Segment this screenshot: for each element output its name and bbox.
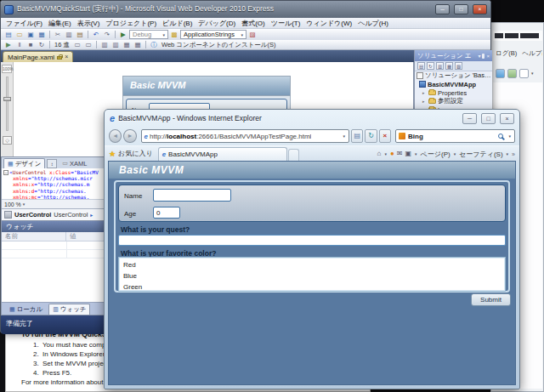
step-over-icon[interactable]	[72, 40, 82, 49]
refresh-icon[interactable]	[365, 129, 377, 143]
color-option-red[interactable]: Red	[123, 259, 505, 270]
browser-tab-basicmvvmapp[interactable]: BasicMVVMApp	[158, 147, 287, 161]
menu-debug[interactable]: デバッグ(D)	[198, 19, 235, 28]
expand-arrow-icon[interactable]	[422, 99, 427, 104]
search-icon[interactable]	[498, 134, 503, 139]
chevron-down-icon[interactable]	[478, 53, 480, 59]
maximize-button[interactable]	[481, 113, 496, 124]
more-commands-icon[interactable]	[512, 151, 515, 157]
cut-icon[interactable]	[53, 30, 63, 39]
watch-row[interactable]	[2, 250, 110, 258]
watch-row[interactable]	[2, 241, 110, 250]
step-into-icon[interactable]	[83, 40, 94, 49]
zoom-slider-handle[interactable]	[3, 97, 11, 101]
menu-format[interactable]: 書式(O)	[241, 19, 265, 28]
ie-titlebar[interactable]: BasicMVVMApp - Windows Internet Explorer	[105, 110, 519, 127]
new-tab-button[interactable]	[288, 149, 299, 161]
xaml-code-editor[interactable]: <UserControl x:Class="BasicMV xmlns="htt…	[2, 168, 110, 199]
tab-locals[interactable]: ローカル	[6, 304, 46, 315]
menu-help[interactable]: ヘルプ(H)	[358, 19, 388, 28]
pin-icon[interactable]	[482, 54, 484, 59]
read-mail-icon[interactable]	[397, 149, 403, 159]
swap-panes-icon[interactable]	[47, 159, 57, 168]
color-option-blue[interactable]: Blue	[123, 270, 505, 281]
bg-menu-help[interactable]: ヘルプ(H)	[522, 49, 542, 58]
page-menu-button[interactable]: ページ(P)	[421, 150, 450, 159]
expand-arrow-icon[interactable]	[422, 90, 427, 95]
resource-file-combo[interactable]: ApplicationStrings	[180, 30, 246, 39]
print-dropdown-icon[interactable]	[414, 151, 418, 156]
editor-zoom-value[interactable]: 100 %	[4, 202, 21, 207]
editor-tool-icon[interactable]	[110, 40, 121, 49]
quest-input[interactable]	[118, 235, 506, 246]
bg-menu-log[interactable]: ログ(B)	[496, 49, 517, 58]
start-debug-icon[interactable]	[118, 30, 128, 39]
menu-file[interactable]: ファイル(F)	[6, 19, 42, 28]
tab-design[interactable]: デザイン	[3, 158, 45, 168]
bg-window-icon[interactable]	[519, 69, 529, 78]
back-icon[interactable]	[109, 129, 122, 143]
menu-edit[interactable]: 編集(E)	[48, 19, 71, 28]
forward-icon[interactable]	[123, 129, 136, 143]
show-all-files-icon[interactable]	[436, 62, 444, 70]
open-file-icon[interactable]	[14, 30, 25, 39]
column-name[interactable]: 名前	[2, 232, 66, 241]
resource-icon[interactable]	[169, 30, 179, 39]
save-icon[interactable]	[26, 30, 36, 39]
maximize-button[interactable]	[454, 4, 468, 14]
menu-view[interactable]: 表示(V)	[77, 19, 100, 28]
pause-icon[interactable]	[14, 40, 25, 49]
close-button[interactable]	[473, 4, 487, 14]
search-box[interactable]: Bing	[395, 129, 515, 143]
close-tab-icon[interactable]	[65, 54, 68, 60]
tree-node-solution[interactable]: ソリューション 'BasicMV	[415, 71, 492, 80]
age-input[interactable]	[153, 207, 180, 219]
tab-xaml[interactable]: XAML	[59, 158, 90, 168]
safety-menu-button[interactable]: セーフティ(S)	[459, 150, 502, 159]
menu-tools[interactable]: ツール(T)	[271, 19, 301, 28]
color-option-green[interactable]: Green	[123, 281, 505, 293]
compatibility-view-icon[interactable]	[351, 129, 363, 143]
restart-icon[interactable]	[37, 40, 47, 49]
editor-tool-icon[interactable]	[99, 40, 110, 49]
paste-icon[interactable]	[75, 30, 85, 39]
watch-pane-title[interactable]: ウォッチ	[2, 221, 110, 232]
tree-node-properties[interactable]: Properties	[415, 88, 492, 97]
chevron-down-icon[interactable]	[531, 71, 534, 76]
refresh-icon[interactable]	[427, 62, 434, 70]
bg-image-icon[interactable]	[507, 69, 517, 78]
minimize-button[interactable]	[462, 113, 477, 124]
menu-build[interactable]: ビルド(B)	[162, 19, 192, 28]
extension-icon[interactable]	[247, 30, 258, 39]
tab-mainpage-xaml[interactable]: MainPage.xaml	[3, 51, 73, 62]
redo-icon[interactable]	[102, 30, 112, 39]
breadcrumb-item[interactable]: UserControl	[54, 211, 88, 219]
home-dropdown-icon[interactable]	[383, 151, 388, 156]
breadcrumb-item[interactable]: UserControl	[14, 211, 51, 219]
menu-window[interactable]: ウィンドウ(W)	[306, 19, 352, 28]
favorites-star-icon[interactable]	[109, 148, 116, 161]
vs-titlebar[interactable]: BasicMVVMQuickStart (実行中) - Microsoft Vi…	[1, 1, 490, 18]
menu-project[interactable]: プロジェクト(P)	[105, 19, 156, 28]
collapse-icon[interactable]	[3, 170, 8, 175]
undo-icon[interactable]	[91, 30, 101, 39]
page-dropdown-icon[interactable]	[453, 151, 457, 156]
search-dropdown-icon[interactable]	[507, 134, 512, 139]
breadcrumb-arrow-icon[interactable]	[90, 212, 93, 218]
color-listbox[interactable]: Red Blue Green	[118, 257, 506, 292]
copy-icon[interactable]	[64, 30, 74, 39]
continue-icon[interactable]	[3, 40, 14, 49]
view-code-icon[interactable]	[445, 62, 453, 70]
stop-debug-icon[interactable]	[26, 40, 36, 49]
indent-icon[interactable]	[122, 40, 132, 49]
designer-zoom-value[interactable]: 100%	[2, 65, 12, 73]
name-input[interactable]	[153, 189, 231, 202]
safety-dropdown-icon[interactable]	[506, 151, 510, 156]
address-bar[interactable]: http://localhost:26661/BasicMVVMAppTestP…	[141, 129, 349, 143]
chevron-down-icon[interactable]	[23, 202, 26, 207]
view-designer-icon[interactable]	[455, 62, 462, 70]
tree-node-project[interactable]: BasicMVVMApp	[415, 80, 492, 88]
minimize-button[interactable]	[435, 4, 450, 14]
home-icon[interactable]	[377, 149, 382, 159]
new-item-icon[interactable]	[3, 30, 14, 39]
